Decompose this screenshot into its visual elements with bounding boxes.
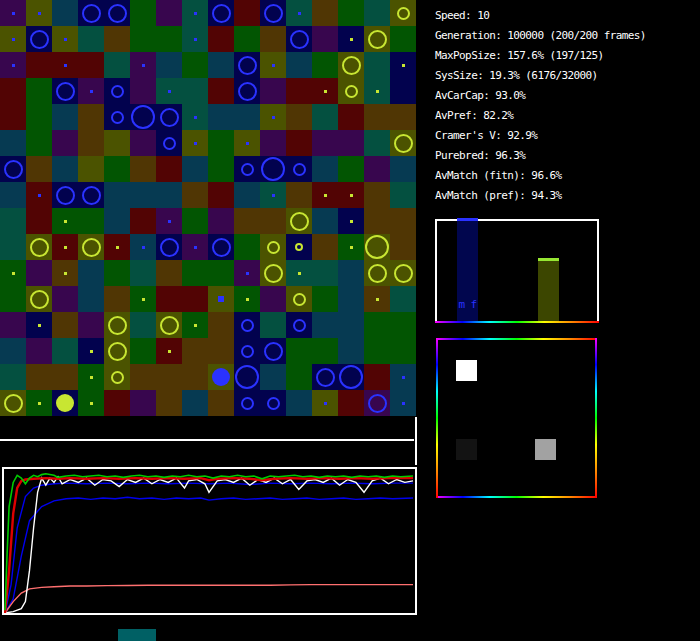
world-cell — [286, 182, 312, 208]
world-cell — [130, 130, 156, 156]
world-cell — [104, 286, 130, 312]
world-cell — [364, 312, 390, 338]
organism-dot — [64, 272, 67, 275]
world-cell — [182, 208, 208, 234]
world-cell — [208, 52, 234, 78]
world-cell — [234, 234, 260, 260]
organism-dot — [38, 402, 41, 405]
world-cell — [156, 390, 182, 416]
world-cell — [390, 182, 416, 208]
organism-dot — [142, 246, 145, 249]
world-cell — [312, 338, 338, 364]
organism-circle — [290, 212, 309, 231]
world-cell — [26, 338, 52, 364]
organism-circle — [339, 365, 363, 389]
vertical-separator-handle[interactable] — [415, 417, 417, 465]
organism-circle — [108, 342, 127, 361]
organism-dot — [90, 350, 93, 353]
world-cell — [156, 182, 182, 208]
world-cell — [338, 260, 364, 286]
organism-circle — [293, 163, 306, 176]
organism-circle — [212, 368, 230, 386]
world-cell — [312, 208, 338, 234]
world-cell — [364, 208, 390, 234]
organism-dot — [402, 402, 405, 405]
organism-dot — [376, 298, 379, 301]
organism-dot — [168, 220, 171, 223]
world-cell — [364, 104, 390, 130]
world-cell — [52, 312, 78, 338]
bar-chart-rainbow-baseline — [435, 321, 599, 323]
world-cell — [312, 130, 338, 156]
world-cell — [390, 26, 416, 52]
world-cell — [286, 390, 312, 416]
organism-circle — [241, 163, 254, 176]
world-cell — [52, 338, 78, 364]
organism-circle — [241, 319, 254, 332]
world-cell — [208, 104, 234, 130]
world-cell — [78, 26, 104, 52]
organism-circle — [131, 105, 155, 129]
stat-line: AvMatch (fitn): 96.6% — [435, 166, 695, 186]
world-cell — [208, 156, 234, 182]
organism-dot — [168, 90, 171, 93]
organism-circle — [160, 238, 179, 257]
world-cell — [0, 104, 26, 130]
world-cell — [104, 156, 130, 182]
world-cell — [0, 364, 26, 390]
series-syssize — [5, 585, 413, 613]
world-cell — [182, 52, 208, 78]
organism-circle — [238, 82, 257, 101]
world-cell — [286, 364, 312, 390]
world-cell — [182, 390, 208, 416]
stat-line: Speed: 10 — [435, 6, 695, 26]
organism-dot — [246, 272, 249, 275]
stat-line: AvMatch (pref): 94.3% — [435, 186, 695, 206]
organism-circle — [241, 345, 254, 358]
world-cell — [234, 104, 260, 130]
world-cell — [208, 338, 234, 364]
organism-circle — [267, 397, 280, 410]
world-cell — [156, 26, 182, 52]
world-cell — [0, 208, 26, 234]
bar-cap — [538, 258, 559, 261]
organism-dot — [142, 64, 145, 67]
series-avmatch--fitn- — [5, 474, 413, 610]
world-cell — [0, 338, 26, 364]
organism-circle — [368, 30, 387, 49]
organism-circle — [295, 243, 303, 251]
organism-circle — [316, 368, 335, 387]
organism-dot — [12, 12, 15, 15]
simulation-window: Speed: 10Generation: 100000 (200/200 fra… — [0, 0, 700, 641]
world-cell — [338, 390, 364, 416]
series-avpref — [5, 497, 413, 613]
world-cell — [390, 156, 416, 182]
world-cell — [104, 182, 130, 208]
world-cell — [338, 286, 364, 312]
organism-circle — [212, 238, 231, 257]
world-cell — [52, 104, 78, 130]
world-canvas[interactable] — [0, 0, 416, 416]
world-cell — [52, 286, 78, 312]
organism-dot — [298, 272, 301, 275]
organism-circle — [293, 319, 306, 332]
world-cell — [78, 260, 104, 286]
world-cell — [182, 286, 208, 312]
organism-dot — [194, 38, 197, 41]
world-cell — [104, 260, 130, 286]
organism-dot — [12, 38, 15, 41]
organism-circle — [394, 264, 413, 283]
world-cell — [234, 208, 260, 234]
organism-circle — [108, 316, 127, 335]
organism-dot — [246, 142, 249, 145]
organism-dot — [194, 142, 197, 145]
world-cell — [182, 260, 208, 286]
world-cell — [0, 182, 26, 208]
world-cell — [208, 130, 234, 156]
stat-line: Purebred: 96.3% — [435, 146, 695, 166]
organism-circle — [241, 397, 254, 410]
stat-line: SysSize: 19.3% (6176/32000) — [435, 66, 695, 86]
bar-cap — [457, 218, 478, 221]
world-cell — [286, 338, 312, 364]
organism-circle — [394, 134, 413, 153]
